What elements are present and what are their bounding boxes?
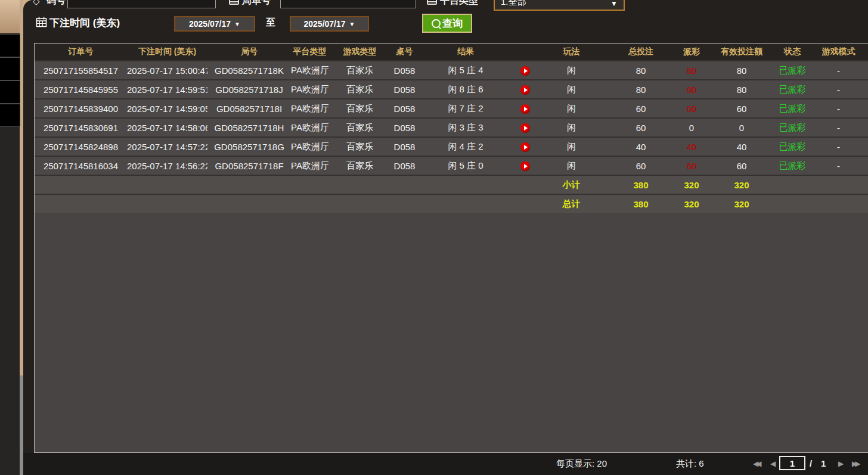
column-header: 桌号 (391, 44, 418, 61)
cell-bet-time: 2025-07-17 14:58:06 (127, 118, 207, 137)
status-badge: 已派彩 (776, 80, 808, 99)
bet-time-label: 下注时间 (美东) (49, 16, 120, 30)
cell-game-mode: - (808, 156, 868, 175)
cell-table-number: D058 (391, 137, 418, 156)
cell-round-number: GD0582571718F (207, 156, 291, 175)
cell-replay (513, 118, 537, 137)
first-page-icon[interactable]: ◀◀ (753, 460, 759, 468)
cell-game-mode: - (808, 118, 868, 137)
page-number-input[interactable] (779, 456, 805, 470)
table-row: 250717155854517 2025-07-17 15:00:47 GD05… (35, 61, 868, 80)
play-icon[interactable] (520, 85, 530, 95)
cell-payout: 80 (676, 61, 707, 80)
cell-table-number: D058 (391, 156, 418, 175)
search-icon (432, 19, 441, 28)
column-header: 派彩 (676, 44, 707, 61)
column-header: 下注时间 (美东) (127, 44, 207, 61)
cell-valid-bet: 0 (707, 118, 776, 137)
cell-total-bet: 80 (606, 80, 676, 99)
cell-bet-time: 2025-07-17 14:59:05 (127, 99, 207, 118)
column-header: 总投注 (606, 44, 676, 61)
cell-play-type: 闲 (537, 80, 606, 99)
status-badge: 已派彩 (776, 61, 808, 80)
play-icon[interactable] (520, 104, 530, 114)
cell-game-mode: - (808, 80, 868, 99)
platform-select[interactable]: 1.全部 ▼ (494, 0, 625, 11)
play-icon[interactable] (520, 66, 530, 76)
cell-order-number: 250717145824898 (35, 137, 127, 156)
cell-total-bet: 60 (606, 118, 676, 137)
cell-round-number: GD0582571718J (207, 80, 291, 99)
cell-valid-bet: 40 (707, 137, 776, 156)
pagination-bar: 每页显示: 20 共计: 6 ◀◀ ◀ / 1 ▶ ▶▶ (23, 453, 868, 475)
column-header: 状态 (776, 44, 808, 61)
cell-replay (513, 61, 537, 80)
cell-play-type: 闲 (537, 137, 606, 156)
cell-game-type: 百家乐 (328, 61, 391, 80)
cell-payout: 60 (676, 99, 707, 118)
table-row: 250717145845955 2025-07-17 14:59:51 GD05… (35, 80, 868, 99)
cell-payout: 0 (676, 118, 707, 137)
backdrop-tan-strip (0, 0, 21, 33)
cell-result: 闲 7 庄 2 (418, 99, 513, 118)
table-row: 250717145824898 2025-07-17 14:57:22 GD05… (35, 137, 868, 156)
backdrop-thumbnail (0, 80, 20, 104)
column-header: 玩法 (537, 44, 606, 61)
round-input[interactable] (280, 0, 416, 8)
cell-round-number: GD0582571718H (207, 118, 291, 137)
prev-page-icon[interactable]: ◀ (770, 460, 776, 468)
cell-platform: PA欧洲厅 (291, 156, 328, 175)
table-row: 250717145830691 2025-07-17 14:58:06 GD05… (35, 118, 868, 137)
cell-table-number: D058 (391, 118, 418, 137)
chevron-down-icon: ▼ (234, 21, 240, 27)
cell-bet-time: 2025-07-17 14:56:22 (127, 156, 207, 175)
cell-platform: PA欧洲厅 (291, 61, 328, 80)
cell-platform: PA欧洲厅 (291, 137, 328, 156)
cell-order-number: 250717145830691 (35, 118, 127, 137)
cell-valid-bet: 80 (707, 80, 776, 99)
grand-total-row: 总计 380 320 320 (35, 194, 868, 213)
cell-game-type: 百家乐 (328, 99, 391, 118)
column-header: 有效投注额 (707, 44, 776, 61)
grand-total-total-bet: 380 (606, 194, 676, 213)
cell-valid-bet: 60 (707, 156, 776, 175)
bet-records-table: 订单号下注时间 (美东)局号平台类型游戏类型桌号结果玩法总投注派彩有效投注额状态… (34, 43, 868, 453)
page-separator: / (810, 458, 812, 468)
code-label: 码号 (46, 0, 66, 7)
query-button[interactable]: 查询 (422, 14, 472, 33)
to-label: 至 (266, 17, 275, 29)
subtotal-valid-bet: 320 (707, 175, 776, 194)
subtotal-label: 小计 (537, 175, 606, 194)
cell-replay (513, 99, 537, 118)
cell-play-type: 闲 (537, 61, 606, 80)
platform-label: 平台类型 (440, 0, 478, 7)
cell-play-type: 闲 (537, 118, 606, 137)
cell-round-number: GD0582571718G (207, 137, 291, 156)
play-icon[interactable] (520, 142, 530, 152)
date-from-picker[interactable]: 2025/07/17 ▼ (174, 16, 255, 32)
table-body: 250717155854517 2025-07-17 15:00:47 GD05… (35, 61, 868, 213)
cell-replay (513, 137, 537, 156)
cell-order-number: 250717145816034 (35, 156, 127, 175)
cell-play-type: 闲 (537, 156, 606, 175)
play-icon[interactable] (520, 162, 530, 171)
last-page-icon[interactable]: ▶▶ (852, 460, 858, 468)
next-page-icon[interactable]: ▶ (838, 460, 844, 468)
calendar-icon (36, 17, 47, 30)
cell-valid-bet: 60 (707, 99, 776, 118)
status-badge: 已派彩 (776, 137, 808, 156)
table-header-row: 订单号下注时间 (美东)局号平台类型游戏类型桌号结果玩法总投注派彩有效投注额状态… (35, 44, 868, 61)
grand-total-label: 总计 (537, 194, 606, 213)
backdrop-thumbnail (0, 104, 20, 127)
platform-select-value: 1.全部 (501, 0, 526, 8)
code-input[interactable] (67, 0, 216, 8)
round-label: 局单号 (242, 0, 271, 7)
grand-total-payout: 320 (676, 194, 707, 213)
cell-payout: 40 (676, 137, 707, 156)
date-to-picker[interactable]: 2025/07/17 ▼ (290, 16, 369, 32)
total-count-label: 共计: 6 (676, 458, 704, 470)
play-icon[interactable] (520, 123, 530, 133)
column-header: 游戏模式 (808, 44, 868, 61)
cell-game-mode: - (808, 61, 868, 80)
cell-table-number: D058 (391, 61, 418, 80)
